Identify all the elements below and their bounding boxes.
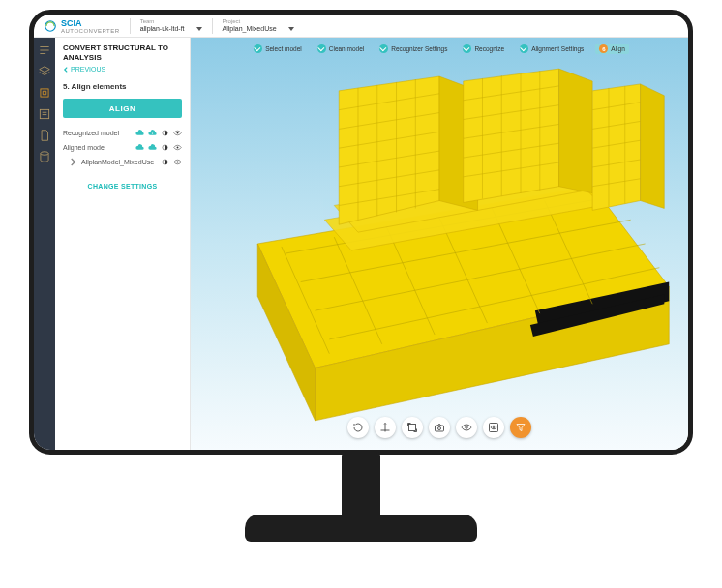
download-icon[interactable]: [148, 129, 157, 137]
chevron-left-icon: [63, 67, 69, 73]
rail-nav-icon[interactable]: [38, 44, 51, 57]
svg-rect-60: [436, 426, 444, 431]
eye-icon: [461, 422, 472, 433]
eye-icon[interactable]: [173, 158, 182, 166]
rail-doc-icon[interactable]: [38, 129, 51, 142]
axes-button[interactable]: [375, 417, 396, 438]
project-selector[interactable]: Project Allplan_MixedUse: [223, 18, 294, 32]
row-aligned: Aligned model: [55, 140, 190, 155]
rotate-icon: [352, 422, 364, 433]
svg-rect-2: [40, 109, 48, 118]
svg-marker-39: [464, 69, 559, 202]
sidebar: CONVERT STRUCTURAL TO ANALYSIS PREVIOUS …: [55, 38, 191, 450]
brand-name: SCIA: [61, 18, 120, 28]
fit-button[interactable]: [402, 417, 423, 438]
svg-point-7: [177, 147, 179, 149]
team-selector[interactable]: Team allplan-uk-ltd-ft: [140, 18, 202, 32]
eye-icon[interactable]: [173, 129, 182, 137]
rotate-button[interactable]: [347, 417, 369, 438]
team-label: Team: [140, 18, 202, 25]
brand-logo: SCIA AUTOCONVERTER: [44, 18, 120, 34]
svg-point-61: [438, 427, 441, 430]
menubar: SCIA AUTOCONVERTER Team allplan-uk-ltd-f…: [34, 15, 688, 38]
eye-icon[interactable]: [173, 143, 182, 152]
opacity-icon[interactable]: [161, 129, 169, 137]
isolate-button[interactable]: [483, 417, 504, 438]
step-heading: 5. Align elements: [55, 78, 190, 95]
svg-rect-1: [41, 89, 48, 97]
svg-point-9: [177, 162, 179, 163]
row-recognized-label: Recognized model: [63, 130, 132, 136]
svg-point-5: [177, 132, 179, 134]
model-list: Recognized model Aligned model: [55, 122, 190, 173]
rail-data-icon[interactable]: [38, 150, 51, 163]
chevron-down-icon: [288, 27, 294, 31]
building-model: [191, 38, 688, 450]
view-toolbar: [347, 417, 531, 438]
bbox-icon: [406, 422, 418, 433]
previous-button[interactable]: PREVIOUS: [55, 66, 190, 78]
project-label: Project: [223, 18, 294, 25]
panel-title: CONVERT STRUCTURAL TO ANALYSIS: [55, 38, 190, 66]
filter-button[interactable]: [510, 417, 531, 438]
svg-marker-27: [339, 76, 439, 224]
row-file-label: AllplanModel_MixedUse: [81, 159, 157, 165]
change-settings-button[interactable]: CHANGE SETTINGS: [55, 173, 190, 199]
download-icon[interactable]: [148, 143, 157, 152]
rail-list-icon[interactable]: [38, 107, 51, 121]
opacity-icon[interactable]: [161, 143, 169, 152]
row-file[interactable]: AllplanModel_MixedUse: [55, 155, 190, 169]
eye-box-icon: [488, 422, 499, 433]
axes-icon: [379, 422, 391, 433]
rail-layers-icon[interactable]: [38, 65, 51, 78]
upload-icon[interactable]: [135, 143, 144, 152]
monitor-stand-neck: [342, 453, 380, 520]
monitor-stand-base: [245, 514, 477, 542]
visibility-button[interactable]: [456, 417, 477, 438]
opacity-icon[interactable]: [161, 158, 169, 166]
svg-rect-59: [409, 425, 416, 431]
svg-point-3: [41, 152, 48, 156]
align-button[interactable]: ALIGN: [63, 99, 182, 118]
team-value: allplan-uk-ltd-ft: [140, 25, 185, 33]
rail-align-icon[interactable]: [38, 86, 51, 100]
previous-label: PREVIOUS: [71, 66, 105, 73]
svg-point-64: [493, 426, 495, 428]
chevron-right-icon: [69, 158, 77, 166]
svg-point-62: [466, 426, 468, 429]
icon-rail: [34, 38, 55, 450]
filter-icon: [515, 422, 526, 433]
camera-icon: [434, 422, 445, 433]
svg-marker-40: [559, 69, 593, 193]
chevron-down-icon: [196, 27, 202, 31]
project-value: Allplan_MixedUse: [223, 25, 277, 33]
upload-icon[interactable]: [135, 129, 144, 137]
svg-marker-51: [641, 84, 665, 209]
snapshot-button[interactable]: [429, 417, 450, 438]
row-aligned-label: Aligned model: [63, 144, 132, 151]
row-recognized: Recognized model: [55, 126, 190, 140]
viewport-3d[interactable]: Select model Clean model Recognizer Sett…: [191, 38, 688, 450]
brand-sub: AUTOCONVERTER: [61, 28, 120, 34]
